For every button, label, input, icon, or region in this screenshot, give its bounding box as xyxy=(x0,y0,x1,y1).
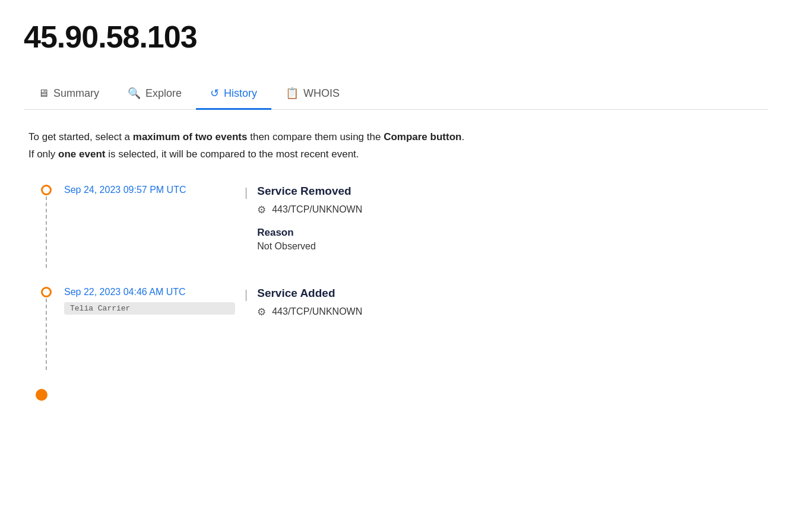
instruction-text: To get started, select a maximum of two … xyxy=(24,129,768,163)
event2-date: Sep 22, 2023 04:46 AM UTC xyxy=(64,287,235,297)
history-timeline: Sep 24, 2023 09:57 PM UTC | Service Remo… xyxy=(24,185,768,401)
event1-reason-label: Reason xyxy=(257,227,768,239)
instruction-bold2: Compare button xyxy=(384,131,461,142)
instruction-bold1: maximum of two events xyxy=(133,131,248,142)
gear-icon-1: ⚙ xyxy=(257,204,266,216)
timeline-date-col-1: Sep 24, 2023 09:57 PM UTC xyxy=(57,185,235,195)
tab-summary-label: Summary xyxy=(53,87,99,100)
event1-reason-section: Reason Not Observed xyxy=(257,227,768,252)
timeline-divider-2: | xyxy=(235,287,257,302)
event2-carrier-badge: Telia Carrier xyxy=(64,302,235,315)
event2-title: Service Added xyxy=(257,287,768,300)
tab-explore-label: Explore xyxy=(145,87,182,100)
event1-service: 443/TCP/UNKNOWN xyxy=(272,204,362,215)
event2-content: Service Added ⚙ 443/TCP/UNKNOWN xyxy=(257,287,768,329)
event1-title: Service Removed xyxy=(257,185,768,198)
event1-reason-value: Not Observed xyxy=(257,241,768,252)
instruction-part2: then compare them using the xyxy=(247,131,384,142)
event1-service-row: ⚙ 443/TCP/UNKNOWN xyxy=(257,204,768,216)
timeline-date-col-2: Sep 22, 2023 04:46 AM UTC Telia Carrier xyxy=(57,287,235,315)
event1-date: Sep 24, 2023 09:57 PM UTC xyxy=(64,185,235,195)
timeline-bottom-row xyxy=(36,389,768,401)
timeline-dot-2[interactable] xyxy=(41,287,52,297)
timeline-line-2 xyxy=(46,299,47,370)
instruction-part5: is selected, it will be compared to the … xyxy=(105,148,359,160)
tab-history-label: History xyxy=(224,87,257,100)
timeline-item: Sep 24, 2023 09:57 PM UTC | Service Remo… xyxy=(36,185,768,268)
event1-content: Service Removed ⚙ 443/TCP/UNKNOWN Reason… xyxy=(257,185,768,252)
timeline-left-1 xyxy=(36,185,57,268)
timeline-left-2 xyxy=(36,287,57,370)
timeline-bottom-dot xyxy=(36,389,47,401)
instruction-part3: . xyxy=(461,131,464,142)
tab-whois[interactable]: 📋 WHOIS xyxy=(271,78,354,110)
tab-summary[interactable]: 🖥 Summary xyxy=(24,79,113,110)
tab-explore[interactable]: 🔍 Explore xyxy=(113,78,196,110)
timeline-divider-1: | xyxy=(235,185,257,200)
event2-service: 443/TCP/UNKNOWN xyxy=(272,306,362,317)
timeline-line-1 xyxy=(46,197,47,268)
binoculars-icon: 🔍 xyxy=(128,87,141,100)
monitor-icon: 🖥 xyxy=(38,87,49,100)
history-icon: ↺ xyxy=(210,87,219,100)
tab-whois-label: WHOIS xyxy=(303,87,340,100)
instruction-bold3: one event xyxy=(58,148,105,160)
instruction-part4: If only xyxy=(28,148,58,160)
gear-icon-2: ⚙ xyxy=(257,306,266,318)
timeline-dot-1[interactable] xyxy=(41,185,52,195)
tab-history[interactable]: ↺ History xyxy=(196,78,271,110)
event2-service-row: ⚙ 443/TCP/UNKNOWN xyxy=(257,306,768,318)
instruction-part1: To get started, select a xyxy=(28,131,133,142)
ip-address-title: 45.90.58.103 xyxy=(24,19,768,55)
timeline-item-2: Sep 22, 2023 04:46 AM UTC Telia Carrier … xyxy=(36,287,768,370)
tab-navigation: 🖥 Summary 🔍 Explore ↺ History 📋 WHOIS xyxy=(24,78,768,110)
person-card-icon: 📋 xyxy=(286,87,299,100)
